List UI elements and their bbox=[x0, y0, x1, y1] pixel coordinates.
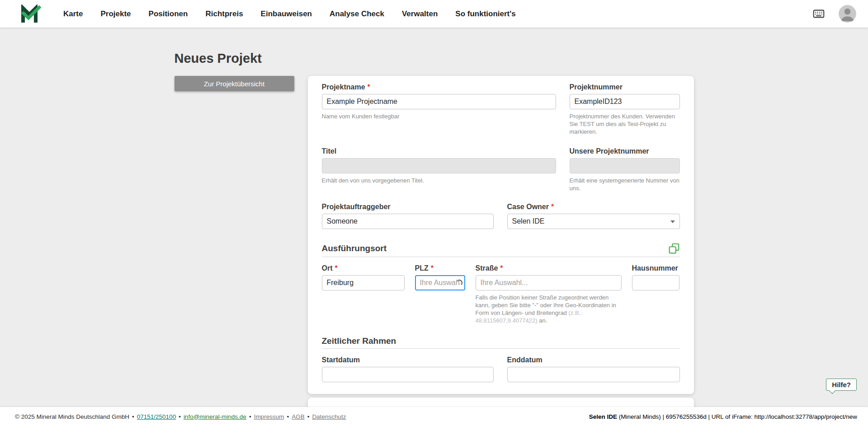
strasse-hint: Falls die Position keiner Straße zugeord… bbox=[476, 294, 622, 324]
nav-item-karte[interactable]: Karte bbox=[63, 9, 83, 19]
nav-item-so-funktionierts[interactable]: So funktioniert's bbox=[455, 9, 515, 19]
required-asterisk: * bbox=[335, 264, 338, 272]
unsere-projektnummer-input bbox=[570, 158, 680, 173]
startdatum-field: Startdatum bbox=[322, 356, 494, 382]
projektnummer-label: Projektnummer bbox=[570, 83, 680, 91]
footer-phone-link[interactable]: 07151/250100 bbox=[137, 413, 176, 420]
plz-field: PLZ* bbox=[415, 264, 465, 324]
footer-agb-link[interactable]: AGB bbox=[292, 413, 305, 420]
footer-datenschutz-link[interactable]: Datenschutz bbox=[312, 413, 346, 420]
strasse-input[interactable] bbox=[476, 275, 622, 290]
main-area: Neues Projekt Zur Projektübersicht Proje… bbox=[0, 28, 868, 407]
separator-dot: • bbox=[132, 413, 134, 420]
ausfuehrungsort-section-header: Ausführungsort bbox=[322, 243, 680, 257]
footer-left: © 2025 Mineral Minds Deutschland GmbH • … bbox=[15, 413, 346, 420]
keyboard-icon[interactable] bbox=[811, 8, 826, 20]
titel-hint: Erhält den von uns vorgegebenen Titel. bbox=[322, 177, 556, 184]
hausnummer-field: Hausnummer bbox=[632, 264, 679, 324]
back-to-projects-button[interactable]: Zur Projektübersicht bbox=[175, 76, 294, 91]
ort-label: Ort* bbox=[322, 264, 405, 272]
projektname-label: Projektname* bbox=[322, 83, 556, 91]
titel-field: Titel Erhält den von uns vorgegebenen Ti… bbox=[322, 147, 556, 192]
footer-user-name: Selen IDE bbox=[589, 413, 617, 420]
strasse-label: Straße* bbox=[476, 264, 622, 272]
ort-field: Ort* bbox=[322, 264, 405, 324]
projektname-hint: Name vom Kunden festlegbar bbox=[322, 112, 556, 120]
zeitlicher-rahmen-title: Zeitlicher Rahmen bbox=[322, 336, 396, 346]
copyright-text: © 2025 Mineral Minds Deutschland GmbH bbox=[15, 413, 129, 420]
enddatum-field: Enddatum bbox=[507, 356, 680, 382]
navbar-right bbox=[811, 5, 856, 23]
page-title: Neues Projekt bbox=[175, 51, 694, 66]
nav-item-einbauweisen[interactable]: Einbauweisen bbox=[261, 9, 312, 19]
nav-item-projekte[interactable]: Projekte bbox=[100, 9, 131, 19]
loading-spinner-icon bbox=[456, 280, 462, 286]
help-button[interactable]: Hilfe? bbox=[826, 379, 857, 391]
projektauftraggeber-label: Projektauftraggeber bbox=[322, 203, 494, 211]
footer-email-link[interactable]: info@mineral-minds.de bbox=[184, 413, 246, 420]
separator-dot: • bbox=[179, 413, 181, 420]
projektname-field: Projektname* Name vom Kunden festlegbar bbox=[322, 83, 556, 136]
case-owner-value: Selen IDE bbox=[512, 217, 545, 225]
separator-dot: • bbox=[307, 413, 310, 420]
projektauftraggeber-field: Projektauftraggeber bbox=[322, 203, 494, 229]
projektnummer-hint: Projektnummer des Kunden. Verwenden Sie … bbox=[570, 112, 680, 136]
enddatum-input[interactable] bbox=[507, 367, 680, 382]
nav-item-verwalten[interactable]: Verwalten bbox=[402, 9, 438, 19]
content-container: Neues Projekt Zur Projektübersicht Proje… bbox=[175, 28, 694, 418]
left-column: Zur Projektübersicht bbox=[175, 76, 294, 91]
strasse-field: Straße* Falls die Position keiner Straße… bbox=[476, 264, 622, 324]
required-asterisk: * bbox=[431, 264, 434, 272]
copy-icon[interactable] bbox=[668, 243, 680, 254]
nav-item-analyse-check[interactable]: Analyse Check bbox=[330, 9, 384, 19]
chevron-down-icon bbox=[670, 220, 675, 223]
app-screen: Karte Projekte Positionen Richtpreis Ein… bbox=[0, 0, 868, 426]
user-avatar-icon[interactable] bbox=[839, 5, 856, 23]
projektnummer-field: Projektnummer Projektnummer des Kunden. … bbox=[570, 83, 680, 136]
footer: © 2025 Mineral Minds Deutschland GmbH • … bbox=[0, 407, 868, 426]
case-owner-field: Case Owner* Selen IDE bbox=[507, 203, 680, 229]
unsere-projektnummer-label: Unsere Projektnummer bbox=[570, 147, 680, 155]
plz-label: PLZ* bbox=[415, 264, 465, 272]
projektauftraggeber-input[interactable] bbox=[322, 214, 494, 229]
startdatum-input[interactable] bbox=[322, 367, 494, 382]
required-asterisk: * bbox=[368, 83, 370, 91]
nav-links: Karte Projekte Positionen Richtpreis Ein… bbox=[63, 9, 516, 19]
zeitlicher-rahmen-section-header: Zeitlicher Rahmen bbox=[322, 336, 680, 349]
nav-item-positionen[interactable]: Positionen bbox=[149, 9, 188, 19]
case-owner-label: Case Owner* bbox=[507, 203, 680, 211]
separator-dot: • bbox=[249, 413, 251, 420]
hausnummer-input[interactable] bbox=[632, 275, 679, 290]
nav-item-richtpreis[interactable]: Richtpreis bbox=[205, 9, 243, 19]
unsere-projektnummer-field: Unsere Projektnummer Erhält eine systemg… bbox=[570, 147, 680, 192]
hausnummer-label: Hausnummer bbox=[632, 264, 679, 272]
enddatum-label: Enddatum bbox=[507, 356, 680, 364]
unsere-projektnummer-hint: Erhält eine systemgenerierte Nummer von … bbox=[570, 177, 680, 192]
projektname-input[interactable] bbox=[322, 94, 556, 109]
startdatum-label: Startdatum bbox=[322, 356, 494, 364]
top-navbar: Karte Projekte Positionen Richtpreis Ein… bbox=[0, 0, 868, 28]
footer-session-info: Selen IDE (Mineral Minds) | 69576255536d… bbox=[589, 413, 857, 420]
titel-label: Titel bbox=[322, 147, 556, 155]
case-owner-select[interactable]: Selen IDE bbox=[507, 214, 680, 229]
titel-input bbox=[322, 158, 556, 173]
required-asterisk: * bbox=[551, 203, 554, 211]
required-asterisk: * bbox=[500, 264, 503, 272]
project-form-card: Projektname* Name vom Kunden festlegbar … bbox=[308, 76, 694, 394]
projektnummer-input[interactable] bbox=[570, 94, 680, 109]
footer-impressum-link[interactable]: Impressum bbox=[254, 413, 284, 420]
ausfuehrungsort-title: Ausführungsort bbox=[322, 243, 387, 253]
mineral-minds-logo-icon[interactable] bbox=[21, 5, 42, 23]
footer-session-detail: (Mineral Minds) | 69576255536d | URL of … bbox=[617, 413, 857, 420]
ort-input[interactable] bbox=[322, 275, 405, 290]
separator-dot: • bbox=[287, 413, 289, 420]
